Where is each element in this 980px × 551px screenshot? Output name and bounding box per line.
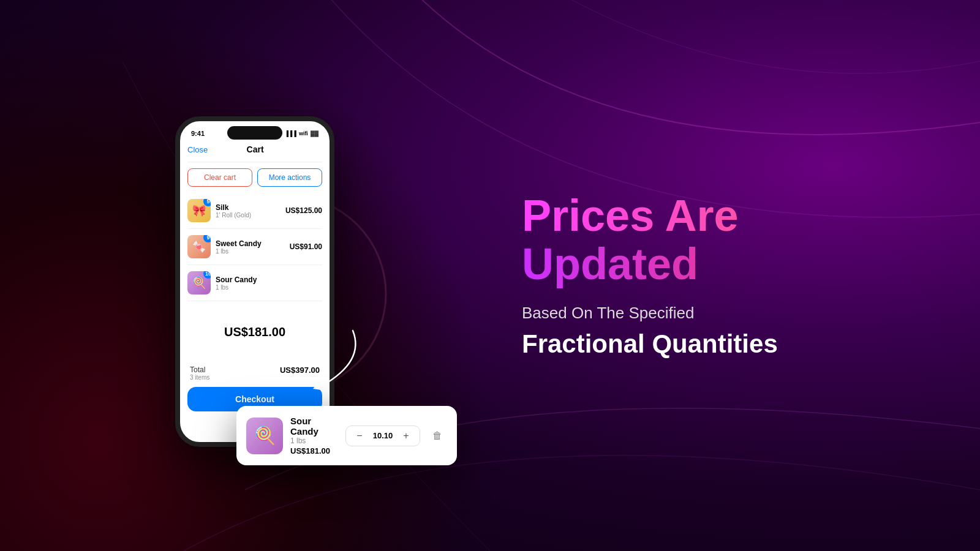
item-name-silk: Silk	[216, 203, 281, 212]
item-price-sweet: US$91.00	[290, 242, 322, 251]
cart-footer: Total 3 items US$397.00 Checkout	[187, 365, 322, 411]
popup-item-name: Sour Candy	[290, 416, 338, 437]
item-image-sweet: 9 🍬	[187, 235, 211, 258]
increase-quantity-button[interactable]: +	[400, 430, 412, 442]
item-name-sweet: Sweet Candy	[216, 239, 285, 248]
cart-item-silk: 5 🎀 Silk 1' Roll (Gold) US$125.00	[187, 193, 322, 229]
item-info-silk: Silk 1' Roll (Gold)	[216, 203, 281, 219]
close-button[interactable]: Close	[187, 145, 208, 154]
status-icons: ▐▐▐ wifi ▓▓	[285, 130, 318, 137]
popup-item-unit: 1 lbs	[290, 437, 338, 445]
item-image-sour: 10 🍭	[187, 271, 211, 294]
clear-cart-button[interactable]: Clear cart	[187, 168, 252, 187]
cart-actions: Clear cart More actions	[187, 162, 322, 193]
more-actions-button[interactable]: More actions	[257, 168, 322, 187]
item-unit-sweet: 1 lbs	[216, 248, 285, 255]
cart-title: Cart	[247, 144, 264, 154]
arrow-icon	[304, 324, 377, 398]
item-image-silk: 5 🎀	[187, 199, 211, 222]
headline-line2: Updated	[522, 240, 931, 288]
battery-icon: ▓▓	[311, 130, 318, 137]
delete-item-button[interactable]: 🗑	[428, 426, 447, 446]
popup-emoji: 🍭	[254, 425, 276, 446]
cart-header: Close Cart	[187, 140, 322, 162]
phone-container: 9:41 ▐▐▐ wifi ▓▓ Close Cart	[175, 116, 334, 447]
popup-item-price: US$181.00	[290, 446, 338, 455]
cart-item-sour: 10 🍭 Sour Candy 1 lbs	[187, 265, 322, 301]
phone-notch	[227, 126, 282, 140]
popup-item-info: Sour Candy 1 lbs US$181.00	[290, 416, 338, 455]
popup-item-image: 🍭	[246, 418, 283, 454]
wifi-icon: wifi	[299, 130, 308, 137]
item-unit-sour: 1 lbs	[216, 284, 322, 291]
right-section: Prices Are Updated Based On The Specifie…	[510, 155, 980, 397]
item-info-sweet: Sweet Candy 1 lbs	[216, 239, 285, 255]
item-price-silk: US$125.00	[285, 206, 322, 215]
highlighted-total: US$181.00	[224, 325, 285, 339]
headline-line1: Prices Are	[522, 192, 931, 240]
quantity-stepper[interactable]: − 10.10 +	[345, 425, 420, 446]
signal-icon: ▐▐▐	[285, 130, 296, 137]
popup-card: 🍭 Sour Candy 1 lbs US$181.00 − 10.10 + 🗑	[236, 406, 457, 465]
left-section: 9:41 ▐▐▐ wifi ▓▓ Close Cart	[0, 0, 510, 551]
total-label: Total	[190, 365, 209, 374]
total-row: Total 3 items US$397.00	[187, 365, 322, 381]
total-items: 3 items	[190, 374, 209, 381]
status-time: 9:41	[191, 130, 205, 137]
quantity-value: 10.10	[372, 431, 394, 440]
cart-item-sweet: 9 🍬 Sweet Candy 1 lbs US$91.00	[187, 229, 322, 265]
decrease-quantity-button[interactable]: −	[353, 430, 366, 442]
item-unit-silk: 1' Roll (Gold)	[216, 212, 281, 219]
item-info-sour: Sour Candy 1 lbs	[216, 276, 322, 291]
fractional-text: Fractional Quantities	[522, 329, 931, 359]
subtext: Based On The Specified	[522, 303, 931, 324]
item-name-sour: Sour Candy	[216, 276, 322, 284]
